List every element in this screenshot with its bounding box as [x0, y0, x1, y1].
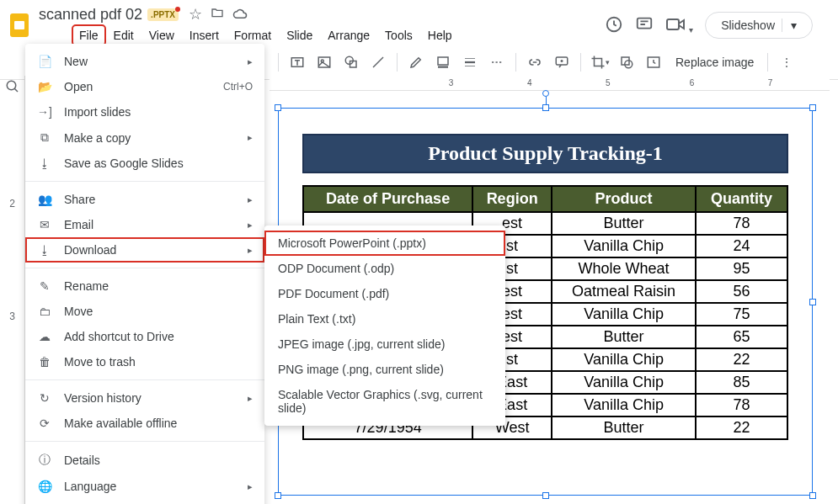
menu-file[interactable]: File [72, 25, 105, 45]
file-new[interactable]: 📄New▸ [25, 49, 264, 74]
menu-bar: File Edit View Insert Format Slide Arran… [39, 24, 596, 45]
file-make-available-offline[interactable]: ⟳Make available offline [25, 411, 264, 436]
pen-icon[interactable] [404, 50, 428, 74]
download-odp[interactable]: ODP Document (.odp) [264, 256, 505, 281]
download-svg[interactable]: Scalable Vector Graphics (.svg, current … [264, 382, 505, 421]
svg-rect-10 [438, 66, 448, 68]
line-icon[interactable] [366, 50, 390, 74]
ruler-tick: 3 [449, 76, 454, 90]
svg-rect-1 [14, 21, 24, 29]
file-trash-label: Move to trash [64, 355, 136, 369]
col-date: Date of Purchase [303, 186, 472, 212]
file-make-copy[interactable]: ⧉Make a copy▸ [25, 125, 264, 151]
file-version-history[interactable]: ↻Version history▸ [25, 385, 264, 411]
resize-handle-mb[interactable] [542, 492, 549, 499]
file-move-to-trash[interactable]: 🗑Move to trash [25, 349, 264, 374]
replace-image-button[interactable]: Replace image [669, 52, 761, 72]
file-rename[interactable]: ✎Rename [25, 273, 264, 299]
language-icon: 🌐 [37, 480, 52, 493]
file-add-shortcut[interactable]: ☁Add shortcut to Drive [25, 324, 264, 349]
menu-arrange[interactable]: Arrange [321, 25, 376, 45]
resize-handle-tr[interactable] [809, 104, 816, 111]
ruler-tick: 7 [768, 76, 773, 90]
file-import-slides[interactable]: →]Import slides [25, 99, 264, 125]
file-download[interactable]: ⭳Download▸ [25, 237, 264, 263]
svg-point-15 [7, 81, 16, 90]
submenu-arrow-icon: ▸ [248, 132, 253, 143]
download-png[interactable]: PNG image (.png, current slide) [264, 357, 505, 382]
ruler-tick: 4 [527, 76, 532, 90]
resize-handle-tl[interactable] [275, 104, 281, 111]
submenu-arrow-icon: ▸ [248, 220, 253, 231]
menu-tools[interactable]: Tools [378, 25, 419, 45]
crop-icon[interactable]: ▾ [588, 50, 611, 74]
table-cell: 75 [696, 303, 787, 326]
more-icon[interactable]: ⋮ [775, 50, 798, 74]
slideshow-button[interactable]: Slideshow ▾ [705, 12, 813, 39]
table-cell: Vanilla Chip [552, 371, 696, 394]
star-icon[interactable]: ☆ [189, 5, 202, 24]
table-cell: Whole Wheat [552, 257, 696, 280]
toolbar-separator [515, 53, 516, 72]
file-rename-label: Rename [64, 279, 109, 293]
col-product: Product [552, 186, 696, 212]
move-folder-icon[interactable] [211, 6, 224, 24]
file-language[interactable]: 🌐Language▸ [25, 474, 264, 499]
file-details[interactable]: ⓘDetails [25, 447, 264, 474]
menu-help[interactable]: Help [421, 25, 459, 45]
comments-icon[interactable] [635, 15, 654, 36]
table-cell: 78 [696, 394, 787, 416]
menu-insert[interactable]: Insert [183, 25, 226, 45]
table-cell: 22 [696, 416, 787, 439]
resize-handle-bl[interactable] [275, 492, 281, 499]
download-txt[interactable]: Plain Text (.txt) [264, 306, 505, 332]
link-icon[interactable] [523, 50, 547, 74]
menu-slide[interactable]: Slide [280, 25, 319, 45]
doc-title[interactable]: scanned pdf 02 [39, 6, 142, 24]
table-cell: Butter [552, 212, 696, 235]
history-icon[interactable] [605, 15, 623, 36]
slideshow-caret-icon[interactable]: ▾ [782, 19, 797, 32]
border-color-icon[interactable] [431, 50, 455, 74]
title-right-buttons: ▾ Slideshow ▾ [605, 12, 830, 39]
file-share[interactable]: 👥Share▸ [25, 187, 264, 212]
table-cell: Butter [552, 326, 696, 348]
resize-handle-br[interactable] [809, 492, 816, 499]
mask-icon[interactable] [615, 50, 638, 74]
rotate-handle[interactable] [542, 90, 549, 97]
resize-handle-mr[interactable] [809, 299, 816, 305]
menu-view[interactable]: View [142, 25, 181, 45]
image-icon[interactable] [312, 50, 336, 74]
download-jpeg[interactable]: JPEG image (.jpg, current slide) [264, 332, 505, 357]
meet-icon[interactable]: ▾ [665, 16, 693, 35]
resize-handle-mt[interactable] [542, 104, 549, 111]
download-pptx[interactable]: Microsoft PowerPoint (.pptx) [264, 231, 505, 256]
ruler-tick: 6 [690, 76, 695, 90]
download-pdf[interactable]: PDF Document (.pdf) [264, 281, 505, 306]
file-menu-panel: 📄New▸ 📂OpenCtrl+O →]Import slides ⧉Make … [25, 44, 264, 504]
shape-icon[interactable] [339, 50, 363, 74]
file-save-as-slides[interactable]: ⭳Save as Google Slides [25, 151, 264, 176]
menu-format[interactable]: Format [227, 25, 278, 45]
table-cell: 65 [696, 326, 787, 348]
thumb-number-3[interactable]: 3 [9, 310, 15, 322]
file-email[interactable]: ✉Email▸ [25, 212, 264, 237]
textbox-icon[interactable] [286, 50, 309, 74]
menu-edit[interactable]: Edit [107, 25, 141, 45]
menu-divider [25, 181, 264, 182]
border-dash-icon[interactable] [485, 50, 509, 74]
toolbar-separator [397, 53, 398, 72]
border-weight-icon[interactable] [458, 50, 482, 74]
search-icon[interactable] [5, 79, 20, 97]
rename-icon: ✎ [37, 279, 52, 293]
thumb-number-2[interactable]: 2 [9, 198, 15, 210]
file-move[interactable]: 🗀Move [25, 299, 264, 324]
left-rail: 2 3 [0, 76, 25, 504]
table-cell: 56 [696, 280, 787, 303]
reset-image-icon[interactable] [642, 50, 665, 74]
cloud-status-icon[interactable] [232, 6, 248, 24]
submenu-arrow-icon: ▸ [248, 481, 253, 492]
comment-icon[interactable] [550, 50, 574, 74]
file-open[interactable]: 📂OpenCtrl+O [25, 74, 264, 99]
details-icon: ⓘ [37, 453, 52, 468]
